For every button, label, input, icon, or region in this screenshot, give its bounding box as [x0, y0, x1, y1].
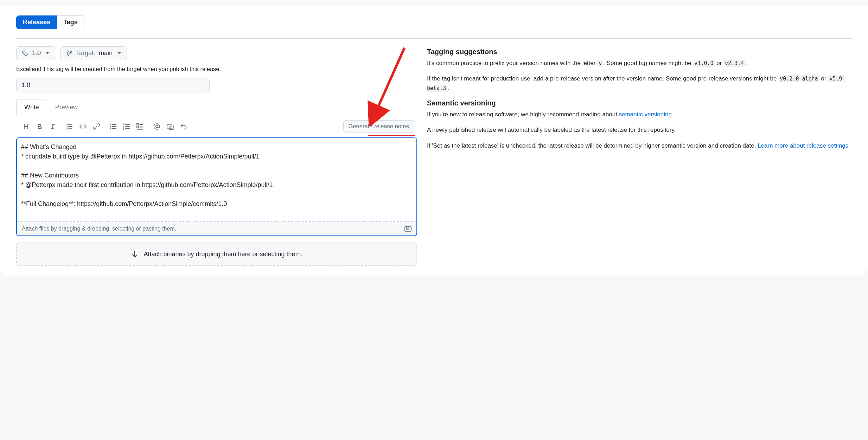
- svg-point-1: [67, 51, 69, 52]
- tab-write[interactable]: Write: [16, 99, 47, 115]
- target-label: Target:: [76, 50, 95, 57]
- svg-rect-13: [125, 124, 130, 125]
- quote-icon[interactable]: [66, 123, 73, 130]
- svg-rect-14: [125, 126, 130, 127]
- svg-rect-8: [112, 126, 116, 127]
- svg-rect-7: [112, 124, 116, 125]
- tab-releases[interactable]: Releases: [16, 15, 57, 29]
- svg-rect-9: [112, 128, 116, 129]
- branch-icon: [66, 50, 72, 57]
- code-icon[interactable]: [79, 123, 87, 130]
- svg-text:3: 3: [123, 127, 124, 130]
- svg-rect-17: [137, 126, 139, 128]
- target-branch: main: [99, 50, 113, 57]
- formatting-toolbar: 123: [23, 123, 187, 130]
- ordered-list-icon[interactable]: 123: [123, 123, 130, 130]
- attach-hint: Attach files by dragging & dropping, sel…: [22, 226, 176, 232]
- svg-rect-15: [125, 128, 130, 129]
- italic-icon[interactable]: [49, 123, 56, 130]
- sidebar-paragraph: A newly published release will automatic…: [427, 125, 852, 135]
- nav-pills: Releases Tags: [16, 15, 852, 29]
- tab-preview[interactable]: Preview: [47, 99, 86, 115]
- download-arrow-icon: [131, 250, 139, 258]
- editor-tabs: Write Preview: [16, 99, 417, 115]
- svg-point-4: [110, 124, 111, 125]
- editor-container: Attach files by dragging & dropping, sel…: [16, 137, 417, 236]
- tab-tags[interactable]: Tags: [57, 15, 84, 29]
- sidebar-paragraph: If the tag isn't meant for production us…: [427, 74, 852, 93]
- chevron-down-icon: [46, 52, 49, 54]
- sidebar-paragraph: If you're new to releasing software, we …: [427, 110, 852, 119]
- sidebar-paragraph: If 'Set as the latest release' is unchec…: [427, 141, 852, 150]
- undo-icon[interactable]: [180, 123, 187, 130]
- generate-release-notes-button[interactable]: Generate release notes: [343, 120, 414, 132]
- release-settings-link[interactable]: Learn more about release settings.: [758, 142, 850, 149]
- tag-selector[interactable]: 1.0: [16, 46, 55, 60]
- binary-dropzone[interactable]: Attach binaries by dropping them here or…: [16, 242, 417, 266]
- semver-link[interactable]: semantic versioning.: [619, 111, 674, 118]
- tag-value: 1.0: [32, 50, 41, 57]
- chevron-down-icon: [117, 52, 121, 54]
- sidebar: Tagging suggestions It's common practice…: [427, 46, 852, 266]
- link-icon[interactable]: [93, 123, 100, 130]
- top-spacer: [0, 0, 868, 6]
- unordered-list-icon[interactable]: [110, 123, 117, 130]
- svg-point-0: [23, 51, 24, 52]
- mention-icon[interactable]: [153, 123, 160, 130]
- svg-rect-16: [137, 123, 139, 125]
- sidebar-heading-tagging: Tagging suggestions: [427, 48, 852, 56]
- svg-point-5: [110, 126, 111, 127]
- divider: [16, 38, 852, 39]
- sidebar-paragraph: It's common practice to prefix your vers…: [427, 59, 852, 68]
- tag-icon: [22, 50, 28, 57]
- attach-files-bar[interactable]: Attach files by dragging & dropping, sel…: [17, 222, 416, 235]
- release-title-input[interactable]: [16, 78, 210, 92]
- bold-icon[interactable]: [36, 123, 43, 130]
- svg-point-2: [67, 54, 69, 56]
- task-list-icon[interactable]: [136, 123, 143, 130]
- release-notes-textarea[interactable]: [17, 138, 416, 220]
- binary-drop-text: Attach binaries by dropping them here or…: [143, 251, 302, 258]
- heading-icon[interactable]: [23, 123, 30, 130]
- svg-point-3: [70, 51, 72, 52]
- annotation-underline: [368, 135, 415, 136]
- sidebar-heading-semver: Semantic versioning: [427, 99, 852, 107]
- svg-point-18: [156, 125, 158, 127]
- reference-icon[interactable]: [167, 123, 174, 130]
- markdown-icon: M↓: [404, 226, 411, 232]
- target-selector[interactable]: Target: main: [60, 46, 127, 60]
- svg-point-6: [110, 128, 111, 129]
- tag-help-text: Excellent! This tag will be created from…: [16, 66, 417, 72]
